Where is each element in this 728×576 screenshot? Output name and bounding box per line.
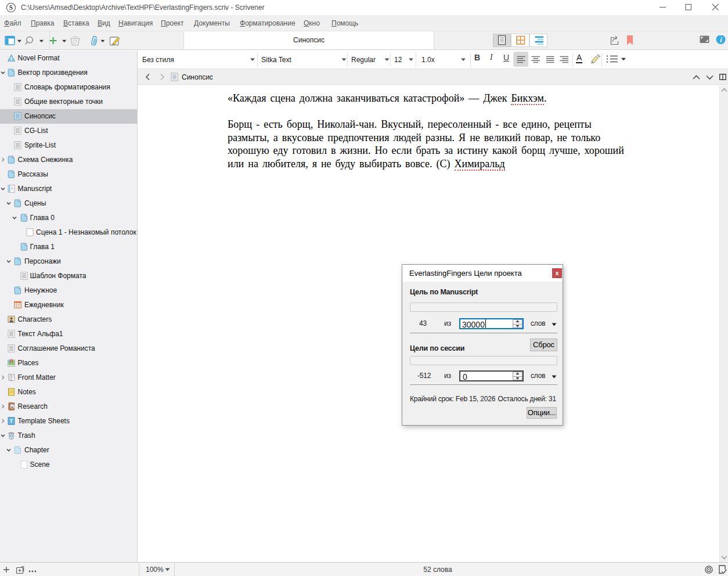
svg-text:T: T bbox=[9, 417, 13, 424]
svg-text:i: i bbox=[720, 35, 722, 44]
svg-text:S: S bbox=[9, 4, 13, 11]
